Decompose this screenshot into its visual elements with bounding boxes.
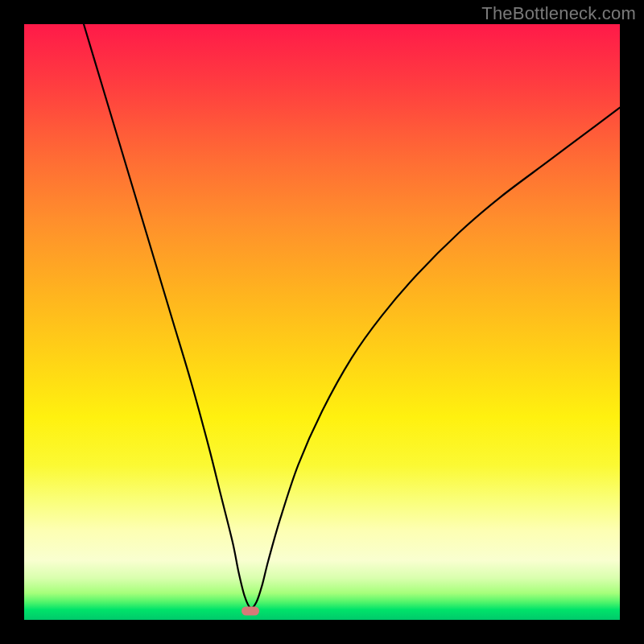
- chart-frame: TheBottleneck.com: [0, 0, 644, 644]
- optimum-marker: [242, 606, 259, 615]
- bottleneck-curve: [24, 24, 620, 620]
- watermark-text: TheBottleneck.com: [481, 3, 636, 24]
- plot-area: [24, 24, 620, 620]
